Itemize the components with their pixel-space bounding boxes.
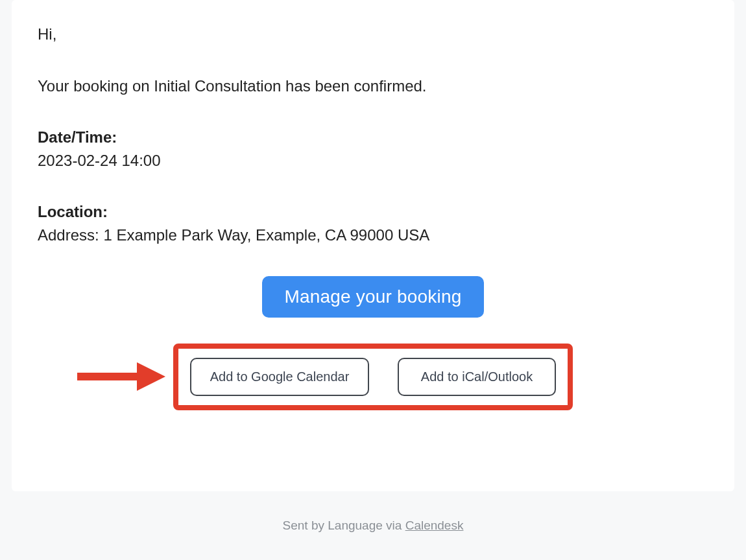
email-footer: Sent by Language via Calendesk: [0, 519, 746, 533]
manage-booking-button[interactable]: Manage your booking: [262, 276, 483, 318]
location-label: Location:: [38, 201, 708, 223]
email-card: Hi, Your booking on Initial Consultation…: [12, 0, 734, 491]
datetime-value: 2023-02-24 14:00: [38, 150, 708, 172]
annotation-arrow-icon: [75, 357, 165, 396]
confirmation-text: Your booking on Initial Consultation has…: [38, 75, 708, 97]
footer-prefix: Sent by Language via: [283, 519, 405, 532]
add-google-calendar-button[interactable]: Add to Google Calendar: [190, 358, 369, 396]
location-value: Address: 1 Example Park Way, Example, CA…: [38, 224, 708, 246]
manage-button-wrap: Manage your booking: [38, 276, 708, 318]
greeting-text: Hi,: [38, 23, 708, 45]
location-block: Location: Address: 1 Example Park Way, E…: [38, 201, 708, 246]
calendesk-link[interactable]: Calendesk: [405, 519, 464, 532]
calendar-buttons-highlight: Add to Google Calendar Add to iCal/Outlo…: [173, 344, 573, 410]
svg-marker-1: [137, 362, 165, 391]
add-ical-outlook-button[interactable]: Add to iCal/Outlook: [398, 358, 556, 396]
datetime-label: Date/Time:: [38, 126, 708, 148]
datetime-block: Date/Time: 2023-02-24 14:00: [38, 126, 708, 171]
